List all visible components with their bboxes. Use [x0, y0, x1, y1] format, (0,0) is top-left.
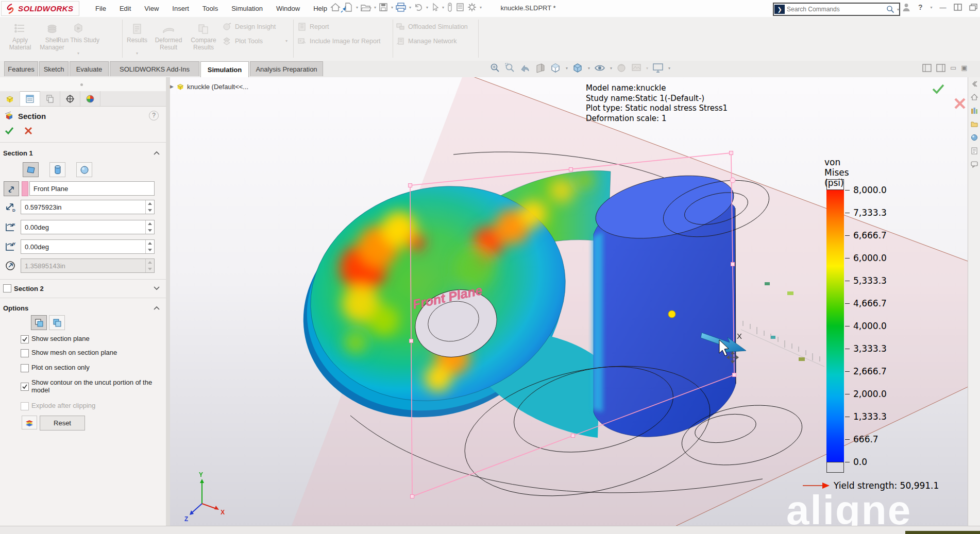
breadcrumb[interactable]: ▶ knuckle (Default<<... — [170, 82, 248, 91]
cancel-x-button[interactable] — [24, 126, 33, 135]
checkbox-show-section-plane[interactable]: Show section plane — [21, 335, 90, 343]
new-caret[interactable]: ▾ — [356, 5, 358, 10]
split-pane-right-icon[interactable] — [936, 64, 945, 72]
offset-distance-field[interactable]: 0.5975923in — [21, 200, 155, 214]
menu-window[interactable]: Window — [276, 5, 300, 12]
tab-feature-manager[interactable] — [0, 91, 20, 106]
help-button[interactable]: ? — [918, 3, 923, 11]
section-view-icon[interactable] — [534, 62, 546, 74]
search-input[interactable] — [785, 6, 886, 13]
restore-panes-icon[interactable] — [954, 4, 962, 11]
run-this-study-button[interactable]: Run This Study ▾ — [56, 20, 101, 57]
offset-distance-spinner[interactable] — [145, 200, 154, 214]
reverse-direction-button[interactable] — [4, 181, 19, 196]
taskpane-appearances-icon[interactable] — [968, 131, 980, 144]
x-rotation-spinner[interactable] — [145, 220, 154, 234]
results-button[interactable]: Results ▾ — [124, 20, 150, 57]
taskpane-forum-icon[interactable] — [968, 158, 980, 171]
zoom-fit-icon[interactable] — [489, 62, 501, 74]
taskpane-design-library-icon[interactable] — [968, 104, 980, 117]
undo-caret[interactable]: ▾ — [426, 5, 428, 10]
apply-scene-icon[interactable] — [631, 62, 642, 74]
tab-property-manager[interactable] — [20, 91, 40, 106]
plot-tools-caret[interactable]: ▾ — [285, 39, 288, 43]
x-rotation-field[interactable]: 0.00deg — [21, 220, 155, 234]
taskpane-file-explorer-icon[interactable] — [968, 117, 980, 131]
include-image-report-button[interactable]: Include Image for Report — [297, 37, 381, 46]
search-caret[interactable]: ▾ — [897, 7, 899, 12]
menu-insert[interactable]: Insert — [172, 5, 189, 12]
checkbox-show-mesh[interactable]: Show mesh on section plane — [21, 349, 117, 357]
tab-analysis-preparation[interactable]: Analysis Preparation — [250, 61, 323, 76]
tab-simulation[interactable]: Simulation — [200, 61, 249, 77]
section1-group-header[interactable]: Section 1 — [0, 147, 166, 159]
ok-check-button[interactable] — [4, 126, 14, 135]
cascade-window-icon[interactable] — [969, 4, 977, 11]
apply-material-button[interactable]: Apply Material — [4, 20, 36, 51]
taskpane-custom-properties-icon[interactable] — [968, 144, 980, 158]
tab-solidworks-addins[interactable]: SOLIDWORKS Add-Ins — [110, 61, 199, 76]
origin-dot[interactable] — [668, 311, 675, 318]
menu-simulation[interactable]: Simulation — [231, 5, 263, 12]
search-commands-box[interactable]: ❯ ▾ — [773, 3, 900, 16]
feature-tree-flyout-strip[interactable] — [0, 77, 166, 92]
user-icon[interactable] — [902, 2, 911, 12]
split-pane-left-icon[interactable] — [922, 64, 932, 72]
tab-features[interactable]: Features — [4, 61, 38, 76]
open-caret[interactable]: ▾ — [374, 5, 376, 10]
hide-show-items-icon[interactable] — [594, 62, 606, 74]
design-insight-button[interactable]: Design Insight — [223, 22, 276, 31]
view-settings-caret[interactable]: ▾ — [668, 66, 670, 71]
print-caret[interactable]: ▾ — [409, 5, 411, 10]
options-group-header[interactable]: Options — [0, 302, 166, 314]
menu-edit[interactable]: Edit — [120, 5, 131, 12]
hide-show-caret[interactable]: ▾ — [610, 66, 612, 71]
home-icon[interactable] — [330, 2, 341, 12]
tab-sketch[interactable]: Sketch — [39, 61, 69, 76]
pm-help-icon[interactable]: ? — [149, 111, 159, 120]
compare-results-button[interactable]: Compare Results — [187, 20, 220, 51]
deformed-result-button[interactable]: Deformed Result — [151, 20, 185, 51]
confirm-ok-icon[interactable] — [932, 83, 945, 95]
section-sphere-type-button[interactable] — [76, 162, 92, 177]
display-style-caret[interactable]: ▾ — [588, 66, 590, 71]
print-icon[interactable] — [395, 2, 407, 12]
report-button[interactable]: Report — [297, 22, 329, 31]
section-cylinder-type-button[interactable] — [49, 162, 65, 177]
y-rotation-field[interactable]: 0.00deg — [21, 239, 155, 254]
tab-evaluate[interactable]: Evaluate — [70, 61, 109, 76]
menu-help[interactable]: Help — [313, 5, 327, 12]
breadcrumb-expand-icon[interactable]: ▶ — [170, 84, 174, 89]
menu-file[interactable]: File — [95, 5, 106, 12]
search-icon[interactable] — [886, 5, 895, 14]
apply-scene-caret[interactable]: ▾ — [646, 66, 648, 71]
undo-icon[interactable] — [413, 2, 424, 12]
taskpane-home-icon[interactable] — [968, 91, 980, 104]
intersection-zone-button-1[interactable] — [31, 315, 47, 330]
edit-appearance-icon[interactable] — [616, 62, 627, 74]
intersection-zone-button-2[interactable] — [49, 315, 65, 330]
section-fringe-button[interactable] — [22, 416, 37, 429]
save-icon[interactable] — [378, 2, 388, 12]
minimize-button[interactable]: — — [940, 4, 947, 11]
taskpane-expand-icon[interactable] — [968, 77, 980, 91]
tab-display-manager[interactable] — [80, 91, 100, 106]
pane-minimize-icon[interactable]: ▭ — [950, 64, 956, 72]
open-icon[interactable] — [360, 2, 371, 12]
section2-checkbox[interactable] — [3, 284, 11, 292]
tab-configuration-manager[interactable] — [40, 91, 60, 106]
checkbox-show-contour-uncut[interactable]: Show contour on the uncut portion of the… — [21, 378, 157, 394]
menu-view[interactable]: View — [144, 5, 159, 12]
display-style-icon[interactable] — [571, 62, 584, 74]
view-settings-icon[interactable] — [652, 62, 664, 74]
select-icon[interactable] — [430, 2, 440, 12]
tab-dimxpert[interactable] — [60, 91, 80, 106]
plot-tools-button[interactable]: Plot Tools ▾ — [223, 37, 263, 46]
new-document-icon[interactable] — [343, 2, 353, 12]
checkbox-plot-on-section[interactable]: Plot on section only — [21, 364, 90, 372]
select-caret[interactable]: ▾ — [442, 5, 444, 10]
section-plane-type-button[interactable] — [23, 162, 39, 177]
help-caret[interactable]: ▾ — [931, 5, 933, 10]
reset-button[interactable]: Reset — [40, 416, 85, 430]
zoom-area-icon[interactable] — [504, 62, 516, 74]
